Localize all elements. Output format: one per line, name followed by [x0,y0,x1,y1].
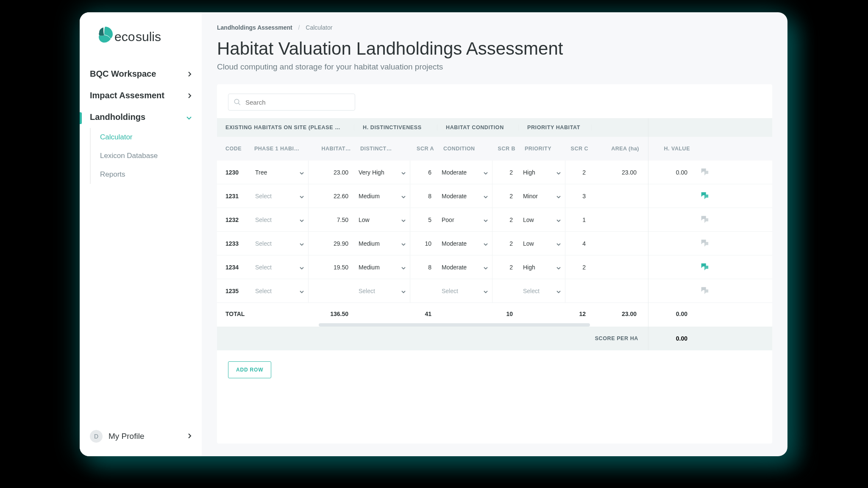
dropdown[interactable]: Tree [251,161,309,184]
dropdown[interactable]: Select [437,279,492,302]
chat-icon[interactable] [700,167,709,178]
ecosulis-logo-icon: eco sulis [97,24,169,48]
total-area: 23.00 [592,311,643,317]
col-habitat: HABITAT… [309,146,354,152]
chevron-down-icon [556,169,561,176]
dropdown[interactable]: Select [251,232,309,255]
score-per-ha-value: 0.00 [643,335,693,342]
search-input[interactable] [245,99,350,106]
table-panel: EXISTING HABITATS ON SITE (PLEASE … H. D… [217,84,772,444]
cell-scr-a: 10 [410,240,437,247]
score-per-ha-label: SCORE PER HA [592,336,643,341]
dropdown[interactable]: Select [251,255,309,279]
dropdown[interactable]: Low [519,208,565,231]
col-hvalue: H. VALUE [643,146,693,152]
cell-habitat[interactable]: 22.60 [309,193,354,200]
chat-icon[interactable] [700,262,709,273]
dropdown[interactable]: Moderate [437,255,492,279]
dropdown-label: Medium [359,264,380,271]
svg-point-2 [234,99,239,104]
chevron-down-icon [300,263,304,271]
chevron-down-icon [484,287,488,295]
dropdown[interactable]: High [519,255,565,279]
cell-habitat[interactable]: 29.90 [309,240,354,247]
chevron-down-icon [484,169,488,176]
chat-icon[interactable] [700,191,709,202]
cell-habitat[interactable]: 7.50 [309,216,354,223]
sidebar-subitem-lexicon-database[interactable]: Lexicon Database [91,147,202,165]
col-group-existing-habitats: EXISTING HABITATS ON SITE (PLEASE … [217,125,354,130]
col-group-priority: PRIORITY HABITAT [519,125,592,130]
sidebar-item-bqc-workspace[interactable]: BQC Workspace [80,63,202,85]
breadcrumb-root[interactable]: Landholdings Assessment [217,24,292,31]
cell-habitat[interactable]: 19.50 [309,264,354,271]
table-header-groups: EXISTING HABITATS ON SITE (PLEASE … H. D… [217,118,772,137]
total-label: TOTAL [217,311,309,317]
chat-icon[interactable] [700,286,709,297]
svg-text:eco: eco [114,30,135,44]
cell-habitat[interactable]: 23.00 [309,169,354,176]
dropdown[interactable]: Moderate [437,161,492,184]
chevron-right-icon [188,69,192,79]
horizontal-scrollbar-track[interactable] [217,323,772,327]
add-row-button[interactable]: ADD ROW [228,361,271,378]
cell-scr-c: 1 [565,216,592,223]
chevron-right-icon [188,91,192,100]
col-distinct: DISTINCT… [354,146,410,152]
cell-comments [693,167,715,178]
dropdown-label: High [523,264,535,271]
table-row: 1231Select22.60Medium8Moderate2Minor3 [217,184,772,208]
dropdown-label: Moderate [442,169,467,176]
table-row: 1234Select19.50Medium8Moderate2High2 [217,255,772,279]
dropdown[interactable]: Low [354,208,410,231]
chevron-down-icon [401,216,406,224]
total-scr-b: 10 [492,311,519,317]
horizontal-scrollbar-thumb[interactable] [319,323,590,327]
cell-scr-a: 8 [410,193,437,200]
dropdown[interactable]: Select [251,208,309,231]
chevron-down-icon [300,240,304,247]
sidebar-item-label: Landholdings [90,112,145,122]
dropdown[interactable]: Medium [354,184,410,208]
sidebar-active-marker [80,112,82,124]
col-phase1: PHASE 1 HABI… [251,146,309,152]
dropdown[interactable]: Moderate [437,184,492,208]
dropdown[interactable]: Medium [354,232,410,255]
dropdown[interactable]: Select [519,279,565,302]
sidebar-item-landholdings[interactable]: Landholdings [80,106,202,128]
dropdown-label: Select [255,240,272,247]
dropdown-label: Medium [359,193,380,200]
dropdown[interactable]: Select [251,184,309,208]
chevron-right-icon [188,433,192,440]
chevron-down-icon [556,263,561,271]
col-group-condition: HABITAT CONDITION [437,125,519,130]
chevron-down-icon [484,240,488,247]
cell-scr-c: 3 [565,193,592,200]
dropdown[interactable]: Low [519,232,565,255]
dropdown[interactable]: High [519,161,565,184]
sidebar-subitem-reports[interactable]: Reports [91,165,202,184]
dropdown-label: Low [523,216,534,223]
table-footer: TOTAL 136.50 41 10 12 23.00 0.00 [217,303,772,325]
dropdown[interactable]: Minor [519,184,565,208]
dropdown[interactable]: Very High [354,161,410,184]
dropdown[interactable]: Poor [437,208,492,231]
dropdown-label: Tree [255,169,267,176]
chat-icon[interactable] [700,214,709,225]
dropdown-label: Minor [523,193,538,200]
cell-scr-a: 6 [410,169,437,176]
sidebar-item-impact-assessment[interactable]: Impact Assesment [80,85,202,106]
dropdown[interactable]: Moderate [437,232,492,255]
search-box[interactable] [228,94,355,111]
chat-icon[interactable] [700,238,709,249]
chevron-down-icon [401,240,406,247]
sidebar-subitem-calculator[interactable]: Calculator [91,128,202,147]
dropdown[interactable]: Select [354,279,410,302]
sidebar-profile[interactable]: D My Profile [80,425,202,448]
page-subtitle: Cloud computing and storage for your hab… [217,62,772,72]
cell-comments [693,262,715,273]
dropdown[interactable]: Select [251,279,309,302]
col-condition: CONDITION [437,146,492,152]
dropdown-label: Select [359,288,375,294]
dropdown[interactable]: Medium [354,255,410,279]
